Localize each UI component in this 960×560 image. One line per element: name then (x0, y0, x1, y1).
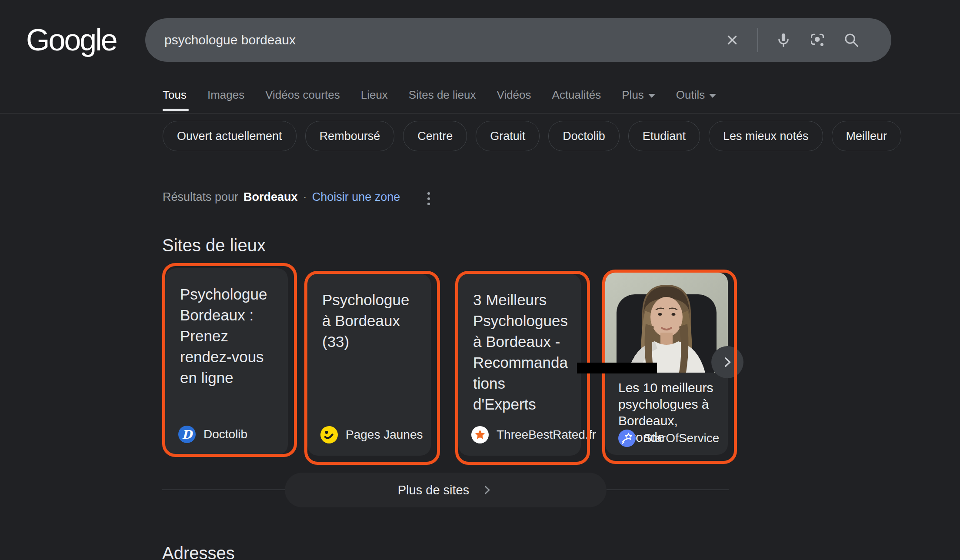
tab-outils[interactable]: Outils (676, 88, 716, 102)
chip-doctolib[interactable]: Doctolib (548, 121, 620, 151)
clear-x-icon[interactable] (723, 31, 741, 49)
google-search-results-page: Google (0, 0, 960, 560)
search-input[interactable] (163, 32, 723, 48)
divider-line (607, 490, 729, 490)
chip-les-mieux-notes[interactable]: Les mieux notés (709, 121, 823, 151)
carousel-next-button[interactable] (711, 346, 743, 378)
site-card-pages-jaunes[interactable]: Psychologue à Bordeaux (33) Pages Jaunes (307, 274, 431, 456)
chip-rembourse[interactable]: Remboursé (305, 121, 395, 151)
tab-tous[interactable]: Tous (163, 88, 187, 102)
site-card-doctolib[interactable]: Psychologue Bordeaux : Prenez rendez-vou… (165, 268, 288, 455)
google-lens-icon[interactable] (809, 31, 826, 49)
choose-zone-link[interactable]: Choisir une zone (312, 190, 400, 204)
result-type-tabs: Tous Images Vidéos courtes Lieux Sites d… (163, 83, 716, 106)
doctolib-logo-icon: D (178, 426, 196, 443)
active-tab-indicator (163, 109, 189, 111)
chip-gratuit[interactable]: Gratuit (476, 121, 540, 151)
redaction-bar (577, 363, 657, 373)
chip-centre[interactable]: Centre (403, 121, 467, 151)
magnifier-icon[interactable] (843, 31, 860, 49)
divider-line (162, 490, 285, 490)
chevron-down-icon (648, 94, 655, 98)
results-separator: · (303, 190, 307, 204)
search-bar-divider (757, 28, 758, 52)
card-photo-psychologist-portrait (605, 273, 728, 373)
tab-actualites[interactable]: Actualités (552, 88, 601, 102)
results-location: Bordeaux (243, 190, 298, 204)
shooting-star-icon (618, 430, 636, 447)
chip-meilleur[interactable]: Meilleur (832, 121, 902, 151)
tab-lieux[interactable]: Lieux (361, 88, 388, 102)
google-logo[interactable]: Google (26, 23, 117, 57)
tabs-divider (0, 113, 960, 113)
chevron-right-icon (720, 355, 735, 370)
results-location-bar: Résultats pour Bordeaux · Choisir une zo… (163, 190, 400, 204)
filter-chips-row: Ouvert actuellement Remboursé Centre Gra… (163, 121, 901, 151)
tab-videos[interactable]: Vidéos (497, 88, 531, 102)
card-source: D Doctolib (178, 426, 247, 443)
sites-de-lieux-heading: Sites de lieux (162, 236, 266, 255)
card-source: ThreeBestRated.fr (471, 426, 596, 443)
results-prefix: Résultats pour (163, 190, 238, 204)
card-source: Pages Jaunes (320, 426, 423, 443)
search-bar-icons (723, 28, 860, 52)
chip-ouvert-actuellement[interactable]: Ouvert actuellement (163, 121, 297, 151)
chip-etudiant[interactable]: Etudiant (628, 121, 700, 151)
search-bar[interactable] (145, 18, 891, 62)
pages-jaunes-smiley-icon (320, 426, 338, 443)
microphone-icon[interactable] (775, 31, 792, 49)
tab-sites-de-lieux[interactable]: Sites de lieux (409, 88, 476, 102)
card-title: Psychologue à Bordeaux (33) (322, 290, 420, 352)
chevron-down-icon (709, 94, 716, 98)
card-title: Psychologue Bordeaux : Prenez rendez-vou… (180, 284, 277, 388)
site-card-threebestrated[interactable]: 3 Meilleurs Psychologues à Bordeaux - Re… (458, 274, 581, 456)
star-badge-icon (471, 426, 489, 443)
more-sites-button[interactable]: Plus de sites (285, 473, 607, 507)
tab-videos-courtes[interactable]: Vidéos courtes (265, 88, 340, 102)
card-source: StarOfService (618, 430, 719, 447)
adresses-heading: Adresses (162, 543, 235, 560)
chevron-right-icon (480, 483, 493, 497)
card-title: 3 Meilleurs Psychologues à Bordeaux - Re… (473, 290, 570, 415)
more-vert-icon[interactable] (420, 190, 437, 207)
tab-plus[interactable]: Plus (622, 88, 655, 102)
tab-images[interactable]: Images (207, 88, 244, 102)
